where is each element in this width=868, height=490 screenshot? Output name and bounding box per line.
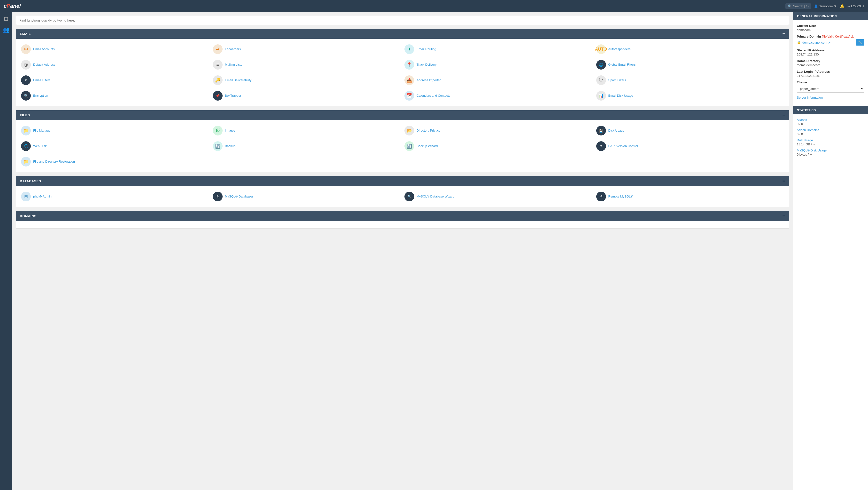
section-item-label: Default Address [33, 63, 56, 67]
stat-row: Addon Domains0 / 0 [797, 128, 864, 136]
section-item[interactable]: 🗄MySQL® Databases [211, 190, 402, 203]
stat-value: 0 / 0 [797, 132, 864, 136]
email-section: EMAIL − ✉Email Accounts➡Forwarders✦Email… [16, 29, 789, 106]
section-item[interactable]: 📥Address Importer [403, 74, 594, 87]
email-filters-icon: ▼ [21, 75, 31, 85]
section-item[interactable]: 🖼Images [211, 124, 402, 137]
section-item[interactable]: ⊞phpMyAdmin [20, 190, 211, 203]
find-functions-input[interactable] [16, 16, 789, 25]
section-item-label: MySQL® Databases [225, 195, 254, 199]
databases-collapse-button[interactable]: − [782, 179, 785, 184]
section-item-label: Address Importer [416, 78, 441, 82]
section-item-label: Autoresponders [609, 47, 631, 51]
domains-section-header: DOMAINS − [16, 211, 789, 221]
section-item[interactable]: 🔍Encryption [20, 89, 211, 103]
disk-usage-icon: 💾 [596, 126, 606, 136]
user-dropdown-icon: ▼ [834, 4, 837, 8]
content-area: EMAIL − ✉Email Accounts➡Forwarders✦Email… [12, 12, 793, 490]
phpmyadmin-icon: ⊞ [21, 192, 31, 201]
wrench-button[interactable]: 🔧 [856, 39, 864, 46]
file-restore-icon: 📁 [21, 157, 31, 167]
section-item-label: Disk Usage [609, 129, 624, 133]
section-item[interactable]: ≡Mailing Lists [211, 58, 402, 71]
section-item[interactable]: @Default Address [20, 58, 211, 71]
stat-row: Aliases0 / 0 [797, 118, 864, 126]
section-item[interactable]: 🔑Email Deliverability [211, 74, 402, 87]
home-dir-value: /home/democom [797, 63, 864, 67]
section-item[interactable]: AUTOAutoresponders [595, 42, 786, 56]
user-icon: 👤 [814, 4, 818, 8]
section-item[interactable]: 💾Disk Usage [595, 124, 786, 137]
lock-icon: 🔒 [797, 40, 801, 45]
email-collapse-button[interactable]: − [782, 31, 785, 36]
server-info-link[interactable]: Server Information [797, 96, 823, 99]
section-item[interactable]: 🔄Backup [211, 139, 402, 153]
section-item[interactable]: 📊Email Disk Usage [595, 89, 786, 103]
files-collapse-button[interactable]: − [782, 113, 785, 118]
stat-label[interactable]: Disk Usage [797, 138, 864, 142]
stat-value: 18.14 GB / ∞ [797, 143, 864, 146]
section-item[interactable]: 📂Directory Privacy [403, 124, 594, 137]
logout-button[interactable]: ⇒ LOGOUT [847, 4, 864, 8]
section-item-label: BoxTrapper [225, 94, 241, 98]
section-item-label: phpMyAdmin [33, 195, 52, 199]
header-user[interactable]: 👤 democom ▼ [814, 4, 837, 8]
images-icon: 🖼 [213, 126, 223, 136]
stat-label[interactable]: Aliases [797, 118, 864, 122]
calendars-icon: 📅 [404, 91, 414, 100]
left-sidebar: ⊞ 👥 [0, 12, 12, 490]
files-section-header: FILES − [16, 110, 789, 120]
mysql-icon: 🗄 [213, 192, 223, 201]
section-item[interactable]: 📁File and Directory Restoration [20, 155, 211, 168]
section-item[interactable]: ✦Email Routing [403, 42, 594, 56]
theme-select[interactable]: paper_lantern [797, 85, 864, 93]
section-item[interactable]: 🔄Backup Wizard [403, 139, 594, 153]
section-item[interactable]: 🌐Global Email Filters [595, 58, 786, 71]
mysql-wizard-icon: 🔍 [404, 192, 414, 201]
section-item[interactable]: ✉Email Accounts [20, 42, 211, 56]
statistics-section: STATISTICS Aliases0 / 0Addon Domains0 / … [793, 106, 868, 162]
section-item-label: Forwarders [225, 47, 241, 51]
address-importer-icon: 📥 [404, 75, 414, 85]
section-item[interactable]: 🗄Remote MySQL® [595, 190, 786, 203]
section-item[interactable]: ⚙Git™ Version Control [595, 139, 786, 153]
section-item[interactable]: ➡Forwarders [211, 42, 402, 56]
backup-icon: 🔄 [213, 141, 223, 151]
statistics-header: STATISTICS [793, 106, 868, 114]
domains-collapse-button[interactable]: − [782, 213, 785, 219]
email-accounts-icon: ✉ [21, 45, 31, 54]
web-disk-icon: 🌐 [21, 141, 31, 151]
domain-link[interactable]: demo.cpanel.com ↗ [802, 41, 831, 45]
email-deliverability-icon: 🔑 [213, 75, 223, 85]
section-item[interactable]: 📁File Manager [20, 124, 211, 137]
section-item[interactable]: 🛡Spam Filters [595, 74, 786, 87]
section-item[interactable]: 🔍MySQL® Database Wizard [403, 190, 594, 203]
sidebar-users-icon[interactable]: 👥 [3, 27, 9, 33]
stat-label[interactable]: MySQL® Disk Usage [797, 148, 864, 152]
section-item[interactable]: ▼Email Filters [20, 74, 211, 87]
notification-bell[interactable]: 🔔 [840, 4, 844, 8]
git-icon: ⚙ [596, 141, 606, 151]
current-user-row: Current User democom [797, 24, 864, 32]
section-item[interactable]: 🌐Web Disk [20, 139, 211, 153]
general-info-title: GENERAL INFORMATION [797, 15, 837, 18]
sidebar-grid-icon[interactable]: ⊞ [4, 16, 8, 22]
search-box[interactable]: 🔍 Search ( / ) [785, 3, 811, 9]
section-item[interactable]: 📍Track Delivery [403, 58, 594, 71]
domains-section-body [16, 221, 789, 228]
stat-row: MySQL® Disk Usage0 bytes / ∞ [797, 148, 864, 156]
section-item-label: Web Disk [33, 144, 46, 148]
section-item[interactable]: 📅Calendars and Contacts [403, 89, 594, 103]
primary-domain-text: Primary Domain [797, 35, 821, 38]
files-section: FILES − 📁File Manager🖼Images📂Directory P… [16, 110, 789, 172]
statistics-title: STATISTICS [797, 109, 816, 112]
stat-label[interactable]: Addon Domains [797, 128, 864, 132]
databases-section-title: DATABASES [20, 179, 41, 183]
spam-filters-icon: 🛡 [596, 75, 606, 85]
section-item-label: File and Directory Restoration [33, 160, 75, 164]
cert-warning: (No Valid Certificate) ⚠ [822, 35, 854, 38]
server-info-row: Server Information [797, 95, 864, 99]
stat-row: Disk Usage18.14 GB / ∞ [797, 138, 864, 146]
section-item-label: Global Email Filters [609, 63, 636, 67]
section-item[interactable]: 📌BoxTrapper [211, 89, 402, 103]
